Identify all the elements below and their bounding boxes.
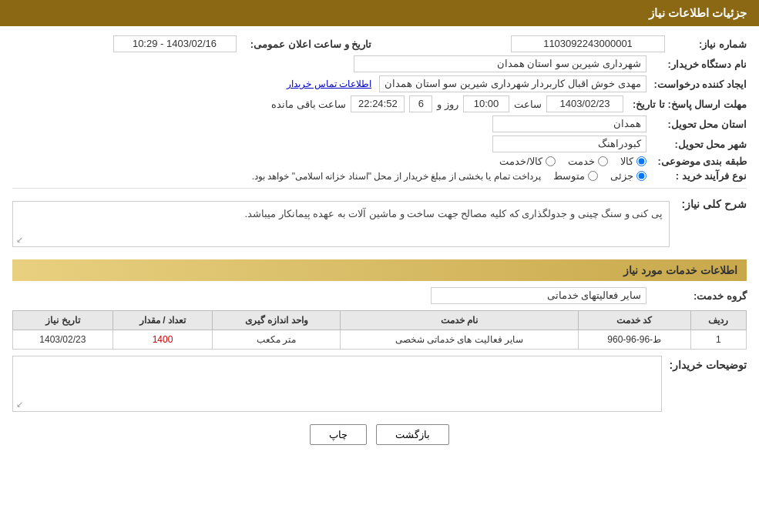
توضیحات-box [12, 356, 662, 412]
ایجاد-کننده-label: ایجاد کننده درخواست: [646, 79, 747, 90]
شماره-نیاز-label: شماره نیاز: [670, 38, 747, 50]
table-header: ردیف کد خدمت نام خدمت واحد اندازه گیری ت… [13, 311, 747, 330]
radio-متوسط[interactable]: متوسط [553, 170, 598, 182]
radio-جزئی-label: جزئی [610, 170, 633, 182]
divider-1 [12, 188, 747, 189]
main-content: شماره نیاز: 1103092243000001 تاریخ و ساع… [0, 26, 759, 467]
radio-جزئی[interactable]: جزئی [610, 170, 646, 182]
نوع-فرآیند-label: نوع فرآیند خرید : [646, 170, 747, 182]
col-کد-خدمت: کد خدمت [578, 311, 690, 330]
row-طبقه-بندی: طبقه بندی موضوعی: کالا خدمت کالا/خدمت [12, 156, 747, 167]
طبقه-بندی-label: طبقه بندی موضوعی: [646, 156, 747, 167]
باقی-مانده-value: 22:24:52 [351, 95, 405, 112]
radio-متوسط-label: متوسط [553, 170, 585, 182]
print-button[interactable]: چاپ [310, 424, 367, 445]
radio-کالا-label: کالا [620, 156, 633, 167]
توضیحات-label: توضیحات خریدار: [662, 356, 747, 371]
radio-کالا[interactable]: کالا [620, 156, 646, 167]
cell-کد-خدمت: ط-96-96-960 [578, 330, 690, 350]
روز-label: روز و [437, 99, 458, 110]
radio-کالا-خدمت-input[interactable] [546, 156, 556, 166]
col-تاریخ: تاریخ نیاز [13, 311, 113, 330]
اطلاعات-تماس-link[interactable]: اطلاعات تماس خریدار [287, 79, 371, 89]
row-شماره-نیاز: شماره نیاز: 1103092243000001 تاریخ و ساع… [12, 35, 747, 52]
شرح-کلی-box: پی کنی و سنگ چینی و جدولگذاری که کلیه مص… [12, 201, 670, 247]
row-مهلت: مهلت ارسال پاسخ: تا تاریخ: 1403/02/23 سا… [12, 95, 747, 112]
ساعت-value: 10:00 [463, 95, 509, 112]
services-table: ردیف کد خدمت نام خدمت واحد اندازه گیری ت… [12, 310, 747, 350]
نام-دستگاه-value: شهرداری شیرین سو استان همدان [354, 55, 646, 72]
table-body: 1 ط-96-96-960 سایر فعالیت های خدماتی شخص… [13, 330, 747, 350]
شرح-کلی-value: پی کنی و سنگ چینی و جدولگذاری که کلیه مص… [244, 208, 663, 219]
table-header-row: ردیف کد خدمت نام خدمت واحد اندازه گیری ت… [13, 311, 747, 330]
page-title: جزئیات اطلاعات نیاز [649, 6, 747, 19]
table-row: 1 ط-96-96-960 سایر فعالیت های خدماتی شخص… [13, 330, 747, 350]
page-header: جزئیات اطلاعات نیاز [0, 0, 759, 26]
radio-کالا-input[interactable] [636, 156, 646, 166]
row-شهر: شهر محل تحویل: کبودراهنگ [12, 136, 747, 152]
row-توضیحات: توضیحات خریدار: [12, 356, 747, 412]
ساعت-label: ساعت [514, 99, 542, 110]
روز-value: 6 [409, 95, 432, 112]
radio-کالا-خدمت-label: کالا/خدمت [499, 156, 542, 167]
مهلت-label: مهلت ارسال پاسخ: تا تاریخ: [623, 99, 747, 110]
استان-value: همدان [492, 115, 646, 132]
page-wrapper: جزئیات اطلاعات نیاز شماره نیاز: 11030922… [0, 0, 759, 532]
گروه-خدمت-value: سایر فعالیتهای خدماتی [431, 287, 646, 304]
row-گروه-خدمت: گروه خدمت: سایر فعالیتهای خدماتی [12, 287, 747, 304]
شماره-نیاز-value: 1103092243000001 [511, 35, 665, 52]
ایجاد-کننده-value: مهدی خوش اقبال کاربردار شهرداری شیرین سو… [379, 75, 646, 92]
شهر-label: شهر محل تحویل: [646, 139, 747, 150]
row-شرح-کلی: شرح کلی نیاز: پی کنی و سنگ چینی و جدولگذ… [12, 195, 747, 253]
row-استان: استان محل تحویل: همدان [12, 115, 747, 132]
row-نوع-فرآیند: نوع فرآیند خرید : جزئی متوسط پرداخت تمام… [12, 170, 747, 182]
باقی-مانده-label: ساعت باقی مانده [271, 99, 346, 110]
radio-خدمت[interactable]: خدمت [568, 156, 608, 167]
شرح-کلی-label: شرح کلی نیاز: [670, 195, 747, 210]
نام-دستگاه-label: نام دستگاه خریدار: [646, 59, 747, 70]
radio-خدمت-label: خدمت [568, 156, 595, 167]
radio-جزئی-input[interactable] [636, 171, 646, 181]
col-تعداد: تعداد / مقدار [113, 311, 213, 330]
radio-متوسط-input[interactable] [588, 171, 598, 181]
back-button[interactable]: بازگشت [376, 424, 449, 445]
cell-واحد: متر مکعب [213, 330, 341, 350]
services-header-label: اطلاعات خدمات مورد نیاز [623, 264, 737, 276]
تاریخ-اعلان-value: 1403/02/16 - 10:29 [113, 35, 237, 52]
cell-ردیف: 1 [690, 330, 746, 350]
radio-خدمت-input[interactable] [598, 156, 608, 166]
col-واحد: واحد اندازه گیری [213, 311, 341, 330]
cell-تاریخ: 1403/02/23 [13, 330, 113, 350]
cell-نام-خدمت: سایر فعالیت های خدماتی شخصی [341, 330, 578, 350]
col-ردیف: ردیف [690, 311, 746, 330]
گروه-خدمت-label: گروه خدمت: [646, 290, 747, 302]
row-نام-دستگاه: نام دستگاه خریدار: شهرداری شیرین سو استا… [12, 55, 747, 72]
process-note: پرداخت تمام یا بخشی از مبلغ خریدار از مح… [252, 171, 541, 182]
col-نام-خدمت: نام خدمت [341, 311, 578, 330]
تاریخ-value: 1403/02/23 [546, 95, 623, 112]
radio-کالا-خدمت[interactable]: کالا/خدمت [499, 156, 556, 167]
استان-label: استان محل تحویل: [646, 119, 747, 130]
row-ایجاد-کننده: ایجاد کننده درخواست: مهدی خوش اقبال کارب… [12, 75, 747, 92]
radio-group-طبقه: کالا خدمت کالا/خدمت [499, 156, 646, 167]
cell-تعداد: 1400 [113, 330, 213, 350]
button-row: بازگشت چاپ [12, 424, 747, 445]
services-header: اطلاعات خدمات مورد نیاز [12, 259, 747, 281]
توضیحات-textarea[interactable] [13, 356, 661, 409]
radio-group-فرآیند: جزئی متوسط [553, 170, 646, 182]
شهر-value: کبودراهنگ [492, 136, 646, 152]
تاریخ-اعلان-label: تاریخ و ساعت اعلان عمومی: [241, 38, 372, 50]
